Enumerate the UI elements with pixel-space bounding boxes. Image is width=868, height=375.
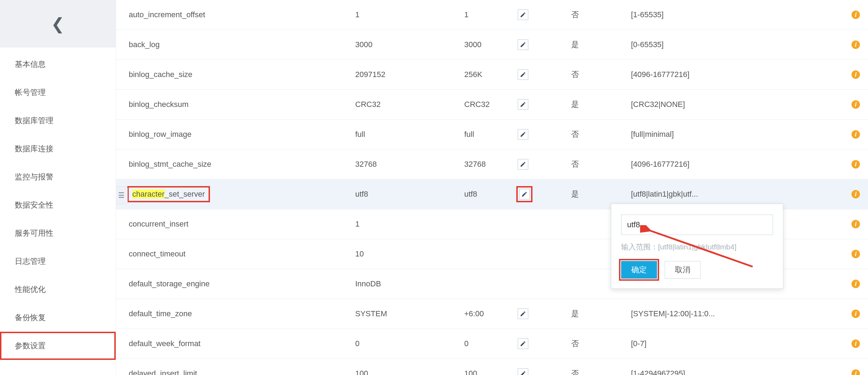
collapse-sidebar-handle[interactable]: ☰: [116, 186, 128, 204]
value-range: [4096-16777216]: [631, 70, 843, 79]
value-range: [1-65535]: [631, 10, 843, 19]
restart-required: 否: [571, 69, 631, 80]
sidebar-item-10[interactable]: 参数设置: [0, 332, 116, 360]
param-name-cell: default_time_zone: [116, 309, 355, 318]
info-icon[interactable]: i: [851, 280, 860, 288]
sidebar-item-6[interactable]: 服务可用性: [0, 219, 116, 247]
info-cell: i: [843, 40, 868, 49]
param-name: binlog_row_image: [129, 130, 192, 139]
edit-button[interactable]: [519, 189, 530, 199]
default-value: 3000: [464, 40, 518, 49]
param-name-cell: binlog_cache_size: [116, 70, 355, 79]
edit-cell: [518, 39, 571, 50]
info-cell: i: [843, 369, 868, 375]
chevron-left-icon: ❮: [51, 14, 65, 33]
restart-required: 是: [571, 39, 631, 50]
info-icon[interactable]: i: [851, 369, 860, 375]
info-icon[interactable]: i: [851, 190, 860, 198]
info-icon[interactable]: i: [851, 310, 860, 318]
param-name-cell: concurrent_insert: [116, 220, 355, 229]
value-range: [1-4294967295]: [631, 369, 843, 375]
param-name-cell: default_week_format: [116, 339, 355, 348]
sidebar-item-7[interactable]: 日志管理: [0, 247, 116, 275]
back-button[interactable]: ❮: [0, 0, 116, 47]
pencil-icon: [520, 341, 526, 347]
value-range: [utf8|latin1|gbk|utf...: [631, 190, 843, 199]
edit-button[interactable]: [518, 9, 528, 20]
sidebar-item-label: 帐号管理: [15, 87, 46, 98]
running-value: full: [355, 130, 464, 139]
pencil-icon: [520, 161, 526, 167]
edit-button[interactable]: [518, 99, 528, 110]
pencil-icon: [520, 101, 526, 108]
param-name-cell: character_set_server: [116, 188, 355, 201]
edit-cell: [518, 368, 571, 375]
info-icon[interactable]: i: [851, 100, 860, 109]
info-icon[interactable]: i: [851, 250, 860, 258]
info-icon[interactable]: i: [851, 40, 860, 49]
table-row: delayed_insert_limit100100否[1-4294967295…: [116, 359, 868, 375]
sidebar-item-4[interactable]: 监控与报警: [0, 163, 116, 191]
param-value-input[interactable]: [621, 215, 773, 235]
sidebar-item-1[interactable]: 帐号管理: [0, 78, 116, 107]
running-value: 32768: [355, 160, 464, 169]
sidebar-item-5[interactable]: 数据安全性: [0, 191, 116, 219]
edit-cell: [518, 159, 571, 170]
restart-required: 否: [571, 368, 631, 375]
running-value: 10: [355, 249, 464, 259]
sidebar-item-9[interactable]: 备份恢复: [0, 304, 116, 332]
param-name: binlog_stmt_cache_size: [129, 160, 211, 169]
edit-popover: 输入范围：[utf8|latin1|gbk|utf8mb4] 确定 取消: [611, 204, 783, 289]
info-icon[interactable]: i: [851, 11, 860, 19]
restart-required: 是: [571, 189, 631, 199]
running-value: InnoDB: [355, 279, 464, 288]
param-name: binlog_checksum: [129, 100, 189, 109]
cancel-button[interactable]: 取消: [665, 261, 701, 279]
sidebar-item-label: 性能优化: [15, 284, 46, 295]
sidebar-item-2[interactable]: 数据库管理: [0, 107, 116, 135]
info-icon[interactable]: i: [851, 220, 860, 228]
restart-required: 否: [571, 9, 631, 20]
info-cell: i: [843, 11, 868, 19]
edit-button[interactable]: [518, 39, 528, 50]
info-icon[interactable]: i: [851, 70, 860, 79]
param-name: default_week_format: [129, 339, 200, 348]
sidebar-item-0[interactable]: 基本信息: [0, 50, 116, 78]
table-row: default_time_zoneSYSTEM+6:00是[SYSTEM|-12…: [116, 299, 868, 329]
table-row: auto_increment_offset11否[1-65535]i: [116, 0, 868, 30]
running-value: 0: [355, 339, 464, 348]
param-name-cell: default_storage_engine: [116, 279, 355, 288]
edit-cell: [518, 69, 571, 80]
edit-button[interactable]: [518, 129, 528, 140]
param-name: default_time_zone: [129, 309, 192, 318]
info-icon[interactable]: i: [851, 339, 860, 348]
default-value: +6:00: [464, 309, 518, 318]
info-cell: i: [843, 250, 868, 258]
running-value: 1: [355, 220, 464, 229]
running-value: 1: [355, 10, 464, 19]
info-icon[interactable]: i: [851, 130, 860, 139]
edit-button[interactable]: [518, 368, 528, 375]
running-value: 3000: [355, 40, 464, 49]
param-name-cell: back_log: [116, 40, 355, 49]
info-cell: i: [843, 280, 868, 288]
edit-button[interactable]: [518, 69, 528, 80]
confirm-button[interactable]: 确定: [621, 261, 657, 279]
info-cell: i: [843, 100, 868, 109]
info-cell: i: [843, 339, 868, 348]
info-cell: i: [843, 160, 868, 169]
edit-button[interactable]: [518, 159, 528, 170]
default-value: 100: [464, 369, 518, 375]
edit-button[interactable]: [518, 309, 528, 319]
default-value: 32768: [464, 160, 518, 169]
param-name-cell: connect_timeout: [116, 249, 355, 259]
table-row: back_log30003000是[0-65535]i: [116, 30, 868, 60]
info-icon[interactable]: i: [851, 160, 860, 169]
sidebar-item-3[interactable]: 数据库连接: [0, 135, 116, 163]
param-name: binlog_cache_size: [129, 70, 192, 79]
sidebar-item-8[interactable]: 性能优化: [0, 275, 116, 304]
info-cell: i: [843, 220, 868, 228]
param-name-cell: binlog_checksum: [116, 100, 355, 109]
running-value: 2097152: [355, 70, 464, 79]
edit-button[interactable]: [518, 338, 528, 349]
